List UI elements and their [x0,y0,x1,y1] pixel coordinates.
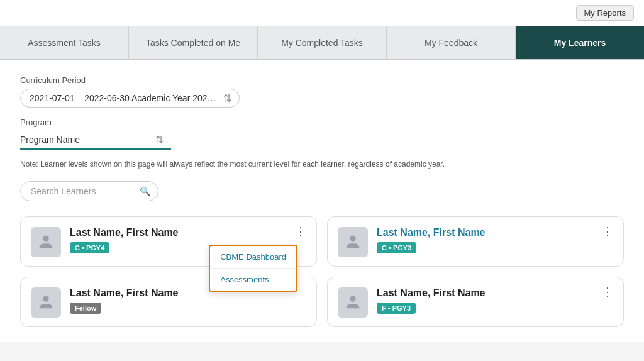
learner-name: Last Name, First Name [70,227,306,238]
card-info: Last Name, First Name F • PGY3 [377,287,613,314]
tab-assessment-tasks[interactable]: Assessment Tasks [0,26,129,59]
search-learners-input[interactable]: Search Learners 🔍 [20,181,158,201]
level-badge: C • PGY4 [70,242,109,253]
badge-row: C • PGY3 [377,242,613,253]
top-bar: My Reports [0,0,644,26]
person-icon [344,233,362,251]
more-options-button[interactable]: ⋮ [292,225,309,238]
note-text: Note: Learner levels shown on this page … [20,160,448,169]
person-icon [37,294,55,311]
program-value: Program Name [20,135,80,145]
learner-name[interactable]: Last Name, First Name [377,227,613,238]
learner-card: Last Name, First Name C • PGY4 ⋮ CBME Da… [20,216,317,267]
tab-tasks-completed-on-me[interactable]: Tasks Completed on Me [129,26,258,59]
tab-my-learners[interactable]: My Learners [516,26,644,59]
badge-row: Fellow [70,303,306,314]
avatar [338,287,368,318]
person-icon [37,233,55,251]
nav-tabs: Assessment Tasks Tasks Completed on Me M… [0,26,644,60]
curriculum-period-value: 2021-07-01 – 2022-06-30 Academic Year 20… [30,93,216,103]
more-options-button[interactable]: ⋮ [599,225,616,238]
search-placeholder: Search Learners [31,186,96,196]
my-reports-button[interactable]: My Reports [576,5,634,21]
program-label: Program [20,118,624,127]
program-group: Program Program Name ⇅ [20,118,624,150]
level-badge: Fellow [70,303,101,314]
curriculum-period-select[interactable]: 2021-07-01 – 2022-06-30 Academic Year 20… [20,89,240,108]
chevron-down-icon: ⇅ [223,92,231,104]
dropdown-menu: CBME Dashboard Assessments [209,245,297,292]
learners-grid: Last Name, First Name C • PGY4 ⋮ CBME Da… [20,216,624,327]
chevron-down-icon: ⇅ [155,134,164,146]
curriculum-period-label: Curriculum Period [20,75,624,85]
badge-row: F • PGY3 [377,303,613,314]
learner-card: Last Name, First Name F • PGY3 ⋮ [327,277,624,327]
cbme-dashboard-item[interactable]: CBME Dashboard [210,246,296,268]
card-info: Last Name, First Name C • PGY3 [377,227,613,253]
main-content: Curriculum Period 2021-07-01 – 2022-06-3… [0,60,644,342]
assessments-item[interactable]: Assessments [210,269,296,291]
avatar [338,227,368,257]
learner-card: Last Name, First Name C • PGY3 ⋮ [327,216,624,267]
avatar [31,287,61,318]
tab-my-feedback[interactable]: My Feedback [387,26,516,59]
program-select[interactable]: Program Name ⇅ [20,131,171,150]
search-icon: 🔍 [140,186,150,196]
avatar [31,227,61,257]
learner-name: Last Name, First Name [377,287,613,299]
level-badge: C • PGY3 [377,242,416,253]
tab-my-completed-tasks[interactable]: My Completed Tasks [258,26,387,59]
more-options-button[interactable]: ⋮ [599,285,616,299]
level-badge: F • PGY3 [377,303,416,314]
person-icon [344,294,362,311]
